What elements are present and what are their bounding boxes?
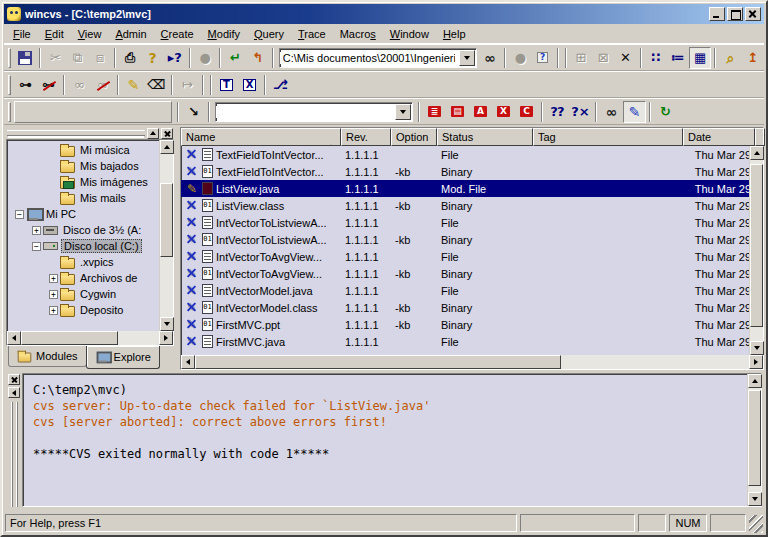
tree-item-archivos-de[interactable]: +Archivos de	[7, 270, 159, 286]
menu-item-admin[interactable]: Admin	[108, 26, 153, 42]
file-row-intvectortoavgview-[interactable]: ✎01IntVectorToAvgView...1.1.1.1-kbBinary…	[181, 265, 749, 282]
tree-vertical-scrollbar[interactable]	[159, 140, 173, 331]
filter-conflict-button[interactable]: C	[515, 101, 538, 123]
goto-module-button[interactable]: ↘	[182, 101, 205, 123]
file-row-intvectortoavgview-[interactable]: ✎IntVectorToAvgView...1.1.1.1FileThu Mar…	[181, 248, 749, 265]
file-row-listview-java[interactable]: ✎ListView.java1.1.1.1Mod. FileThu Mar 29	[181, 180, 749, 197]
column-header-option[interactable]: Option	[391, 128, 437, 146]
graph-button[interactable]: ⎇	[269, 74, 292, 96]
filter-combobox[interactable]	[215, 102, 413, 122]
filter-removed-button[interactable]: X	[492, 101, 515, 123]
checkout-module-button[interactable]: ↵	[224, 47, 246, 69]
file-row-firstmvc-ppt[interactable]: ✎01FirstMVC.ppt1.1.1.1-kbBinaryThu Mar 2…	[181, 316, 749, 333]
report-mode-button[interactable]: ▦	[689, 47, 711, 69]
file-row-textfieldtointvector-[interactable]: ✎TextFieldToIntVector...1.1.1.1FileThu M…	[181, 146, 749, 163]
resize-grip[interactable]	[749, 515, 763, 533]
filter-unknown-button[interactable]: ⁇	[546, 101, 569, 123]
flat-mode-button[interactable]: ∷	[645, 47, 667, 69]
tree-item-mi-m-sica[interactable]: Mi música	[7, 142, 159, 158]
expand-plus-icon[interactable]: +	[47, 274, 60, 283]
close-button[interactable]	[745, 7, 761, 21]
file-row-textfieldtointvector-[interactable]: ✎01TextFieldToIntVector...1.1.1.1-kbBina…	[181, 163, 749, 180]
scroll-up-icon[interactable]	[750, 146, 764, 160]
unlock-button[interactable]: ⊶	[37, 74, 60, 96]
filter-watched-button[interactable]: ∞	[600, 101, 623, 123]
trace-toggle-button[interactable]: T	[215, 74, 238, 96]
explorer-search-button[interactable]: ⌕	[719, 47, 741, 69]
smart-mode-button[interactable]: ≔	[667, 47, 689, 69]
tree-item-disco-local-c-[interactable]: −Disco local (C:)	[7, 238, 159, 254]
command-help-button[interactable]: ?	[531, 47, 553, 69]
print-button[interactable]: ⎙	[119, 47, 141, 69]
menu-item-macros[interactable]: Macros	[333, 26, 383, 42]
delete-button[interactable]: ✕	[614, 47, 636, 69]
console-gripper[interactable]	[6, 373, 22, 507]
filter-added-button[interactable]: A	[469, 101, 492, 123]
file-row-firstmvc-java[interactable]: ✎FirstMVC.java1.1.1.1FileThu Mar 29	[181, 333, 749, 350]
file-row-intvectormodel-class[interactable]: ✎01IntVectorModel.class1.1.1.1-kbBinaryT…	[181, 299, 749, 316]
file-row-intvectortolistviewa-[interactable]: ✎IntVectorToListviewA...1.1.1.1FileThu M…	[181, 214, 749, 231]
column-header-name[interactable]: Name	[181, 128, 341, 146]
title-bar[interactable]: wincvs - [C:\temp2\mvc]	[4, 4, 764, 24]
column-header-status[interactable]: Status	[437, 128, 533, 146]
file-row-intvectortolistviewa-[interactable]: ✎01IntVectorToListviewA...1.1.1.1-kbBina…	[181, 231, 749, 248]
collapse-minus-icon[interactable]: −	[30, 242, 43, 251]
tab-modules[interactable]: Modules	[8, 346, 87, 367]
up-one-level-button[interactable]: ↥	[742, 47, 764, 69]
list-vertical-scrollbar[interactable]	[749, 146, 763, 355]
scroll-up-icon[interactable]	[160, 140, 174, 154]
tree-item-mis-bajados[interactable]: Mis bajados	[7, 158, 159, 174]
help-button[interactable]: ?	[141, 47, 163, 69]
unedit-button[interactable]: ⌫	[145, 74, 168, 96]
panel-close-button[interactable]	[161, 128, 173, 139]
maximize-button[interactable]	[727, 7, 743, 21]
panel-pin-button[interactable]	[147, 128, 159, 139]
save-button[interactable]	[14, 47, 36, 69]
browse-path-combobox-input[interactable]	[280, 52, 458, 64]
menu-item-create[interactable]: Create	[154, 26, 201, 42]
menu-item-file[interactable]: File	[6, 26, 38, 42]
checkin-button[interactable]: ↰	[247, 47, 269, 69]
filter-all-button[interactable]: ≣	[423, 101, 446, 123]
filter-combobox-input[interactable]	[216, 106, 394, 118]
menu-item-modify[interactable]: Modify	[201, 26, 247, 42]
scroll-down-icon[interactable]	[160, 317, 174, 331]
file-row-intvectormodel-java[interactable]: ✎IntVectorModel.java1.1.1.1FileThu Mar 2…	[181, 282, 749, 299]
menu-item-trace[interactable]: Trace	[291, 26, 333, 42]
tree-item-deposito[interactable]: +Deposito	[7, 302, 159, 318]
collapse-minus-icon[interactable]: −	[13, 210, 26, 219]
lock-button[interactable]: ⊶	[14, 74, 37, 96]
tree-item-disco-de-3-a-[interactable]: +Disco de 3½ (A:	[7, 222, 159, 238]
column-header-tag[interactable]: Tag	[533, 128, 683, 146]
refresh-view-button[interactable]: ↻	[654, 101, 677, 123]
list-horizontal-scrollbar[interactable]	[181, 355, 763, 369]
filter-modified-button[interactable]: ▤	[446, 101, 469, 123]
scroll-up-icon[interactable]	[748, 374, 762, 388]
filter-ignored-button[interactable]: ?×	[569, 101, 592, 123]
minimize-button[interactable]	[709, 7, 725, 21]
tree-item-mis-mails[interactable]: Mis mails	[7, 190, 159, 206]
context-help-button[interactable]: ▸?	[164, 47, 186, 69]
tab-explore[interactable]: Explore	[86, 346, 160, 369]
browse-path-combobox[interactable]	[279, 48, 477, 68]
filter-combobox-dropdown-button[interactable]	[395, 104, 411, 120]
browse-location-button[interactable]: ∞	[479, 47, 501, 69]
edit-button[interactable]: ✎	[122, 74, 145, 96]
menu-item-query[interactable]: Query	[247, 26, 291, 42]
panel-gripper[interactable]	[6, 127, 174, 139]
filter-edited-button[interactable]: ✎	[623, 101, 646, 123]
expand-plus-icon[interactable]: +	[47, 306, 60, 315]
browse-path-combobox-dropdown-button[interactable]	[459, 50, 475, 66]
column-header-rev[interactable]: Rev.	[341, 128, 391, 146]
menu-item-view[interactable]: View	[71, 26, 109, 42]
scroll-down-icon[interactable]	[750, 341, 764, 355]
menu-item-edit[interactable]: Edit	[38, 26, 71, 42]
console-vertical-scrollbar[interactable]	[747, 374, 761, 506]
menu-item-window[interactable]: Window	[383, 26, 436, 42]
console-close-button[interactable]	[8, 374, 20, 385]
tree-item-mis-im-genes[interactable]: Mis imágenes	[7, 174, 159, 190]
console-output[interactable]: C:\temp2\mvc)cvs server: Up-to-date chec…	[23, 374, 747, 506]
scroll-down-icon[interactable]	[748, 492, 762, 506]
expand-plus-icon[interactable]: +	[47, 290, 60, 299]
scroll-right-icon[interactable]	[749, 355, 763, 369]
